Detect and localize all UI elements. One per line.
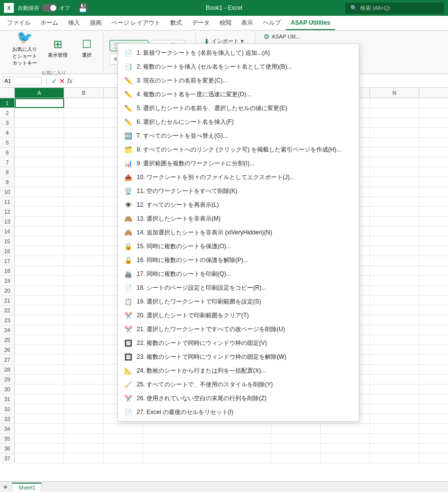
- cell-A25[interactable]: [15, 335, 64, 345]
- tab-review[interactable]: 校閲: [215, 16, 236, 30]
- cell-N2[interactable]: [370, 108, 419, 118]
- list-item[interactable]: ✏️ 6. 選択したセルにシート名を挿入(F): [118, 115, 359, 129]
- cell-B20[interactable]: [64, 286, 104, 296]
- cell-N29[interactable]: [370, 375, 419, 384]
- cell-B8[interactable]: [64, 167, 104, 177]
- list-item[interactable]: 👁️ 12. すべてのシートを再表示(L): [118, 198, 359, 212]
- cell-C36[interactable]: [104, 444, 143, 454]
- cell-A26[interactable]: [15, 345, 64, 355]
- cell-L35[interactable]: [271, 434, 321, 444]
- cell-A36[interactable]: [15, 444, 64, 454]
- cell-N13[interactable]: [370, 217, 419, 227]
- cell-N36[interactable]: [370, 444, 419, 454]
- fx-icon[interactable]: fx: [67, 77, 73, 85]
- cell-N21[interactable]: [370, 296, 419, 305]
- cell-N27[interactable]: [370, 355, 419, 365]
- cell-A32[interactable]: [15, 404, 64, 414]
- list-item[interactable]: 📊 9. 選択範囲を複数のワークシートに分割(I)...: [118, 156, 359, 170]
- cell-A21[interactable]: [15, 296, 64, 305]
- cell-M34[interactable]: [321, 424, 370, 434]
- cell-A28[interactable]: [15, 365, 64, 375]
- search-bar[interactable]: 🔍 検索 (Alt+Q): [345, 2, 444, 14]
- cell-B19[interactable]: [64, 276, 104, 286]
- cell-C35[interactable]: [104, 434, 143, 444]
- cell-N25[interactable]: [370, 335, 419, 345]
- list-item[interactable]: 📋 19. 選択したワークシートで印刷範囲を設定(S): [118, 295, 359, 308]
- cell-N28[interactable]: [370, 365, 419, 375]
- list-item[interactable]: 📐 24. 数枚のシートから行または列を一括配置(X)...: [118, 364, 359, 378]
- cell-B21[interactable]: [64, 296, 104, 305]
- list-item[interactable]: 🔲 22. 複数のシートで同時にウィンドウ枠の固定(V): [118, 336, 359, 350]
- btn-asap-util[interactable]: ⚙ ASAP Util...: [261, 32, 314, 41]
- cell-B35[interactable]: [64, 434, 104, 444]
- cell-B30[interactable]: [64, 384, 104, 394]
- list-item[interactable]: ✂️ 21. 選択したワークシートですべての改ページを削除(U): [118, 322, 359, 336]
- cell-N6[interactable]: [370, 148, 419, 157]
- cell-N16[interactable]: [370, 246, 419, 256]
- cell-B29[interactable]: [64, 375, 104, 384]
- cell-C37[interactable]: [104, 454, 143, 463]
- cell-A24[interactable]: [15, 325, 64, 335]
- list-item[interactable]: 📄 18. シートのページ設定と印刷設定をコピー(R)...: [118, 281, 359, 295]
- cell-B5[interactable]: [64, 138, 104, 148]
- btn-favorites[interactable]: 🐦 お気に入りとショートカットキー: [8, 28, 41, 69]
- cell-M36[interactable]: [321, 444, 370, 454]
- list-item[interactable]: 🙈 13. 選択したシートを非表示(M): [118, 212, 359, 226]
- cell-N15[interactable]: [370, 236, 419, 246]
- cell-N37[interactable]: [370, 454, 419, 463]
- list-item[interactable]: 📄 1. 新規ワークシートを (名前を挿入して) 追加...(A): [118, 46, 359, 60]
- cell-N24[interactable]: [370, 325, 419, 335]
- cell-B37[interactable]: [64, 454, 104, 463]
- cell-A23[interactable]: [15, 315, 64, 325]
- list-item[interactable]: 📑 2. 複数のシートを挿入 (セル名をシート名として使用)(B)...: [118, 60, 359, 74]
- cell-A6[interactable]: [15, 148, 64, 157]
- cell-A20[interactable]: [15, 286, 64, 296]
- cell-A33[interactable]: [15, 414, 64, 424]
- cell-B14[interactable]: [64, 227, 104, 236]
- list-item[interactable]: 🗑️ 11. 空のワークシートをすべて削除(K): [118, 184, 359, 198]
- cell-N10[interactable]: [370, 187, 419, 197]
- cell-B2[interactable]: [64, 108, 104, 118]
- cell-N32[interactable]: [370, 404, 419, 414]
- cell-A11[interactable]: [15, 197, 64, 207]
- cell-A27[interactable]: [15, 355, 64, 365]
- cell-B6[interactable]: [64, 148, 104, 157]
- cell-B34[interactable]: [64, 424, 104, 434]
- sheet-tab-sheet1[interactable]: Sheet1: [12, 483, 42, 492]
- list-item[interactable]: 🖨️ 17. 同時に複数のシートを印刷(Q)...: [118, 267, 359, 281]
- cell-N4[interactable]: [370, 128, 419, 138]
- list-item[interactable]: ✏️ 3. 現在のシートの名前を変更(C)...: [118, 74, 359, 87]
- autosave-toggle[interactable]: [41, 4, 57, 12]
- cell-B18[interactable]: [64, 266, 104, 276]
- cell-B36[interactable]: [64, 444, 104, 454]
- cell-A17[interactable]: [15, 256, 64, 266]
- tab-help[interactable]: ヘルプ: [258, 16, 286, 30]
- list-item[interactable]: ✂️ 26. 使用されていない空白の末尾の行列を削除(Z): [118, 391, 359, 405]
- cell-B7[interactable]: [64, 157, 104, 167]
- cell-A9[interactable]: [15, 177, 64, 187]
- cell-A3[interactable]: [15, 118, 64, 128]
- cell-N31[interactable]: [370, 394, 419, 404]
- cell-B1[interactable]: [64, 98, 104, 108]
- cell-B31[interactable]: [64, 394, 104, 404]
- list-item[interactable]: 🧹 25. すべてのシートで、不使用のスタイルを削除(Y): [118, 378, 359, 391]
- cell-A1[interactable]: [15, 98, 64, 108]
- cell-M35[interactable]: [321, 434, 370, 444]
- cell-B25[interactable]: [64, 335, 104, 345]
- cell-B15[interactable]: [64, 236, 104, 246]
- cell-A18[interactable]: [15, 266, 64, 276]
- cell-A29[interactable]: [15, 375, 64, 384]
- cell-A37[interactable]: [15, 454, 64, 463]
- cell-A5[interactable]: [15, 138, 64, 148]
- cell-N19[interactable]: [370, 276, 419, 286]
- tab-view[interactable]: 表示: [236, 16, 258, 30]
- cell-B22[interactable]: [64, 305, 104, 315]
- list-item[interactable]: 🔤 7. すべてのシートを並べ替え(G)...: [118, 129, 359, 143]
- list-item[interactable]: 🙈 14. 追加選択したシートを非表示 (xlVeryHidden)(N): [118, 226, 359, 239]
- cell-B24[interactable]: [64, 325, 104, 335]
- cell-B23[interactable]: [64, 315, 104, 325]
- list-item[interactable]: 🔒 15. 同時に複数のシートを保護(O)...: [118, 239, 359, 253]
- list-item[interactable]: 🗂️ 8. すべてのシートへのリンク (クリック可) を掲載した索引ページを作成…: [118, 143, 359, 156]
- cell-N33[interactable]: [370, 414, 419, 424]
- cell-A35[interactable]: [15, 434, 64, 444]
